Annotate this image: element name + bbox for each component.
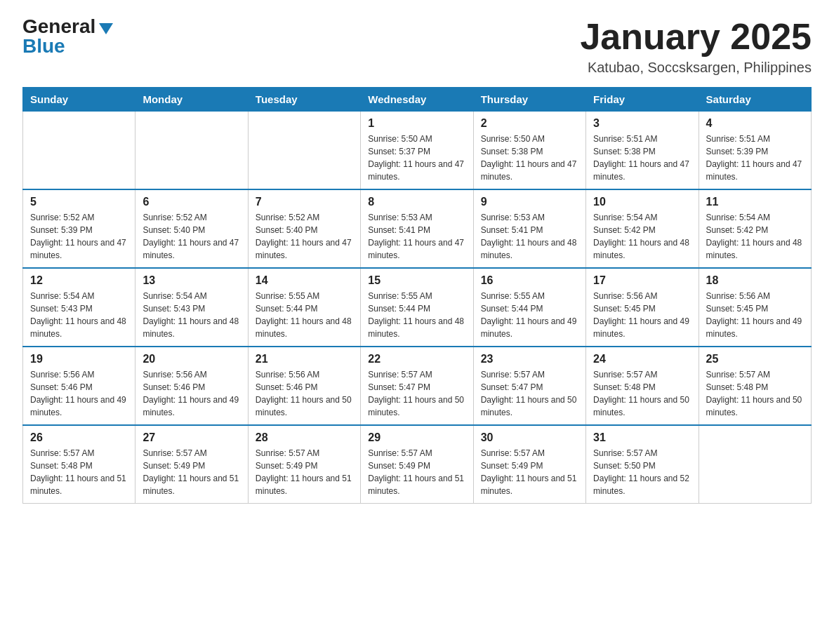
calendar-cell-w5-d5: 30Sunrise: 5:57 AM Sunset: 5:49 PM Dayli… bbox=[473, 425, 585, 504]
calendar-cell-w5-d6: 31Sunrise: 5:57 AM Sunset: 5:50 PM Dayli… bbox=[586, 425, 699, 504]
calendar-week-row-3: 12Sunrise: 5:54 AM Sunset: 5:43 PM Dayli… bbox=[23, 268, 812, 347]
day-number: 14 bbox=[256, 274, 353, 287]
day-info: Sunrise: 5:50 AM Sunset: 5:37 PM Dayligh… bbox=[368, 133, 465, 183]
day-info: Sunrise: 5:56 AM Sunset: 5:46 PM Dayligh… bbox=[143, 368, 240, 419]
day-info: Sunrise: 5:55 AM Sunset: 5:44 PM Dayligh… bbox=[256, 290, 353, 340]
calendar-cell-w5-d2: 27Sunrise: 5:57 AM Sunset: 5:49 PM Dayli… bbox=[135, 425, 248, 504]
calendar-cell-w4-d2: 20Sunrise: 5:56 AM Sunset: 5:46 PM Dayli… bbox=[135, 347, 248, 425]
day-number: 18 bbox=[706, 274, 804, 287]
calendar-cell-w1-d2 bbox=[135, 112, 248, 190]
col-thursday: Thursday bbox=[473, 88, 585, 112]
day-info: Sunrise: 5:54 AM Sunset: 5:43 PM Dayligh… bbox=[30, 290, 128, 340]
calendar-cell-w3-d2: 13Sunrise: 5:54 AM Sunset: 5:43 PM Dayli… bbox=[135, 268, 248, 347]
day-number: 29 bbox=[368, 431, 465, 444]
day-info: Sunrise: 5:51 AM Sunset: 5:38 PM Dayligh… bbox=[593, 133, 691, 183]
day-number: 19 bbox=[30, 353, 128, 365]
calendar-cell-w5-d7 bbox=[699, 425, 811, 504]
day-info: Sunrise: 5:57 AM Sunset: 5:48 PM Dayligh… bbox=[30, 447, 128, 497]
day-number: 24 bbox=[593, 353, 691, 365]
calendar-cell-w5-d3: 28Sunrise: 5:57 AM Sunset: 5:49 PM Dayli… bbox=[248, 425, 360, 504]
calendar-week-row-5: 26Sunrise: 5:57 AM Sunset: 5:48 PM Dayli… bbox=[23, 425, 812, 504]
calendar-cell-w1-d1 bbox=[23, 112, 135, 190]
day-info: Sunrise: 5:54 AM Sunset: 5:42 PM Dayligh… bbox=[706, 211, 804, 262]
day-info: Sunrise: 5:57 AM Sunset: 5:47 PM Dayligh… bbox=[481, 368, 578, 419]
day-info: Sunrise: 5:53 AM Sunset: 5:41 PM Dayligh… bbox=[368, 211, 465, 262]
calendar-cell-w3-d3: 14Sunrise: 5:55 AM Sunset: 5:44 PM Dayli… bbox=[248, 268, 360, 347]
day-number: 8 bbox=[368, 196, 465, 208]
calendar-cell-w4-d4: 22Sunrise: 5:57 AM Sunset: 5:47 PM Dayli… bbox=[361, 347, 473, 425]
calendar-cell-w1-d5: 2Sunrise: 5:50 AM Sunset: 5:38 PM Daylig… bbox=[473, 112, 585, 190]
day-number: 23 bbox=[481, 353, 578, 365]
calendar-cell-w4-d5: 23Sunrise: 5:57 AM Sunset: 5:47 PM Dayli… bbox=[473, 347, 585, 425]
calendar-cell-w2-d4: 8Sunrise: 5:53 AM Sunset: 5:41 PM Daylig… bbox=[361, 189, 473, 268]
day-number: 20 bbox=[143, 353, 240, 365]
calendar-table: Sunday Monday Tuesday Wednesday Thursday… bbox=[22, 87, 812, 504]
day-number: 17 bbox=[593, 274, 691, 287]
day-number: 2 bbox=[481, 117, 578, 130]
col-sunday: Sunday bbox=[23, 88, 135, 112]
day-number: 3 bbox=[593, 117, 691, 130]
day-number: 7 bbox=[256, 196, 353, 208]
day-number: 31 bbox=[593, 431, 691, 444]
day-info: Sunrise: 5:56 AM Sunset: 5:45 PM Dayligh… bbox=[593, 290, 691, 340]
day-number: 12 bbox=[30, 274, 128, 287]
day-info: Sunrise: 5:52 AM Sunset: 5:40 PM Dayligh… bbox=[256, 211, 353, 262]
day-info: Sunrise: 5:55 AM Sunset: 5:44 PM Dayligh… bbox=[368, 290, 465, 340]
day-number: 27 bbox=[143, 431, 240, 444]
day-info: Sunrise: 5:52 AM Sunset: 5:40 PM Dayligh… bbox=[143, 211, 240, 262]
calendar-cell-w2-d7: 11Sunrise: 5:54 AM Sunset: 5:42 PM Dayli… bbox=[699, 189, 811, 268]
day-info: Sunrise: 5:54 AM Sunset: 5:43 PM Dayligh… bbox=[143, 290, 240, 340]
day-info: Sunrise: 5:57 AM Sunset: 5:49 PM Dayligh… bbox=[143, 447, 240, 497]
day-number: 15 bbox=[368, 274, 465, 287]
day-info: Sunrise: 5:52 AM Sunset: 5:39 PM Dayligh… bbox=[30, 211, 128, 262]
calendar-cell-w4-d6: 24Sunrise: 5:57 AM Sunset: 5:48 PM Dayli… bbox=[586, 347, 699, 425]
calendar-cell-w5-d1: 26Sunrise: 5:57 AM Sunset: 5:48 PM Dayli… bbox=[23, 425, 135, 504]
logo-blue-text: Blue bbox=[22, 36, 65, 56]
calendar-cell-w4-d3: 21Sunrise: 5:56 AM Sunset: 5:46 PM Dayli… bbox=[248, 347, 360, 425]
day-number: 4 bbox=[706, 117, 804, 130]
day-number: 21 bbox=[256, 353, 353, 365]
day-info: Sunrise: 5:57 AM Sunset: 5:50 PM Dayligh… bbox=[593, 447, 691, 497]
day-number: 10 bbox=[593, 196, 691, 208]
day-number: 22 bbox=[368, 353, 465, 365]
calendar-cell-w3-d5: 16Sunrise: 5:55 AM Sunset: 5:44 PM Dayli… bbox=[473, 268, 585, 347]
calendar-cell-w3-d4: 15Sunrise: 5:55 AM Sunset: 5:44 PM Dayli… bbox=[361, 268, 473, 347]
calendar-cell-w4-d1: 19Sunrise: 5:56 AM Sunset: 5:46 PM Dayli… bbox=[23, 347, 135, 425]
calendar-cell-w2-d6: 10Sunrise: 5:54 AM Sunset: 5:42 PM Dayli… bbox=[586, 189, 699, 268]
calendar-cell-w5-d4: 29Sunrise: 5:57 AM Sunset: 5:49 PM Dayli… bbox=[361, 425, 473, 504]
calendar-cell-w1-d4: 1Sunrise: 5:50 AM Sunset: 5:37 PM Daylig… bbox=[361, 112, 473, 190]
calendar-cell-w3-d6: 17Sunrise: 5:56 AM Sunset: 5:45 PM Dayli… bbox=[586, 268, 699, 347]
day-number: 9 bbox=[481, 196, 578, 208]
day-info: Sunrise: 5:56 AM Sunset: 5:46 PM Dayligh… bbox=[256, 368, 353, 419]
calendar-cell-w4-d7: 25Sunrise: 5:57 AM Sunset: 5:48 PM Dayli… bbox=[699, 347, 811, 425]
day-info: Sunrise: 5:57 AM Sunset: 5:47 PM Dayligh… bbox=[368, 368, 465, 419]
logo-general-text: General bbox=[22, 17, 95, 36]
day-info: Sunrise: 5:57 AM Sunset: 5:49 PM Dayligh… bbox=[368, 447, 465, 497]
day-number: 11 bbox=[706, 196, 804, 208]
calendar-cell-w2-d2: 6Sunrise: 5:52 AM Sunset: 5:40 PM Daylig… bbox=[135, 189, 248, 268]
day-info: Sunrise: 5:57 AM Sunset: 5:48 PM Dayligh… bbox=[706, 368, 804, 419]
day-number: 5 bbox=[30, 196, 128, 208]
calendar-cell-w2-d1: 5Sunrise: 5:52 AM Sunset: 5:39 PM Daylig… bbox=[23, 189, 135, 268]
calendar-cell-w1-d7: 4Sunrise: 5:51 AM Sunset: 5:39 PM Daylig… bbox=[699, 112, 811, 190]
calendar-week-row-1: 1Sunrise: 5:50 AM Sunset: 5:37 PM Daylig… bbox=[23, 112, 812, 190]
calendar-cell-w3-d7: 18Sunrise: 5:56 AM Sunset: 5:45 PM Dayli… bbox=[699, 268, 811, 347]
day-info: Sunrise: 5:54 AM Sunset: 5:42 PM Dayligh… bbox=[593, 211, 691, 262]
day-info: Sunrise: 5:55 AM Sunset: 5:44 PM Dayligh… bbox=[481, 290, 578, 340]
day-number: 25 bbox=[706, 353, 804, 365]
day-info: Sunrise: 5:57 AM Sunset: 5:48 PM Dayligh… bbox=[593, 368, 691, 419]
calendar-week-row-4: 19Sunrise: 5:56 AM Sunset: 5:46 PM Dayli… bbox=[23, 347, 812, 425]
calendar-cell-w2-d3: 7Sunrise: 5:52 AM Sunset: 5:40 PM Daylig… bbox=[248, 189, 360, 268]
calendar-week-row-2: 5Sunrise: 5:52 AM Sunset: 5:39 PM Daylig… bbox=[23, 189, 812, 268]
col-saturday: Saturday bbox=[699, 88, 811, 112]
day-info: Sunrise: 5:57 AM Sunset: 5:49 PM Dayligh… bbox=[481, 447, 578, 497]
day-number: 28 bbox=[256, 431, 353, 444]
col-friday: Friday bbox=[586, 88, 699, 112]
day-info: Sunrise: 5:56 AM Sunset: 5:46 PM Dayligh… bbox=[30, 368, 128, 419]
month-title: January 2025 bbox=[580, 17, 812, 57]
day-number: 26 bbox=[30, 431, 128, 444]
calendar-cell-w1-d6: 3Sunrise: 5:51 AM Sunset: 5:38 PM Daylig… bbox=[586, 112, 699, 190]
page-header: General Blue January 2025 Katubao, Soccs… bbox=[22, 17, 812, 76]
calendar-cell-w2-d5: 9Sunrise: 5:53 AM Sunset: 5:41 PM Daylig… bbox=[473, 189, 585, 268]
day-number: 6 bbox=[143, 196, 240, 208]
